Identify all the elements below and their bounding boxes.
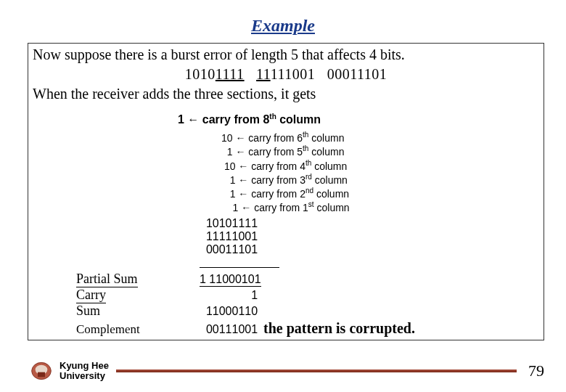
university-name: Kyung Hee University [60, 361, 109, 382]
bits-a-underline: 1111 [216, 66, 245, 82]
content-box: Now suppose there is a burst error of le… [28, 43, 544, 340]
carry-main-num: 1 [178, 113, 184, 126]
university-line2: University [60, 371, 109, 381]
bits-a-pre: 1010 [185, 66, 216, 82]
bits-row: 10101111 11111001 00011101 [33, 65, 539, 84]
carry-list: 10 ← carry from 6th column 1 ← carry fro… [221, 131, 539, 214]
section-2: 11111001 [200, 230, 258, 243]
university-logo [29, 360, 54, 382]
partial-sum-value: 1 11000101 [200, 273, 261, 287]
carry-line: 1 ← carry from 2nd column [221, 187, 539, 200]
footer-divider [116, 369, 517, 372]
corrupted-text: the pattern is corrupted. [263, 320, 415, 337]
carry-line: 1 ← carry from 5th column [221, 144, 539, 158]
section-1: 10101111 [200, 217, 258, 230]
page-number: 79 [528, 362, 544, 380]
carry-main-text: ← carry from 8 [184, 113, 269, 126]
carry-main: 1 ← carry from 8th column [178, 113, 539, 126]
carry-label: Carry [76, 287, 106, 303]
carry-line: 10 ← carry from 6th column [221, 131, 539, 144]
carry-line: 10 ← carry from 4th column [221, 159, 539, 173]
complement-value: 00111001 [200, 323, 258, 336]
carry-line: 1 ← carry from 3rd column [221, 173, 539, 187]
section-3: 00011101 [200, 243, 258, 256]
carry-main-tail: column [276, 113, 321, 126]
slide-title: Example [0, 0, 566, 38]
carry-line: 1 ← carry from 1st column [221, 200, 539, 214]
sum-value: 11000110 [200, 305, 258, 318]
intro-line1: Now suppose there is a burst error of le… [33, 46, 405, 62]
intro-text: Now suppose there is a burst error of le… [33, 45, 539, 104]
complement-label: Complement [76, 322, 200, 337]
bits-c: 00011101 [327, 66, 387, 82]
svg-rect-2 [38, 372, 45, 377]
carry-value: 1 [200, 289, 258, 302]
bits-b-post: 111001 [271, 66, 316, 82]
partial-sum-label: Partial Sum [76, 271, 138, 287]
intro-line2: When the receiver adds the three section… [33, 86, 316, 102]
bits-b-underline: 11 [256, 66, 271, 82]
sum-label: Sum [76, 303, 200, 319]
calculation-block: 10101111 11111001 00011101 Partial Sum 1… [76, 217, 539, 337]
carry-main-ord: th [269, 113, 276, 121]
university-line1: Kyung Hee [60, 361, 109, 371]
footer: Kyung Hee University 79 [29, 360, 544, 382]
